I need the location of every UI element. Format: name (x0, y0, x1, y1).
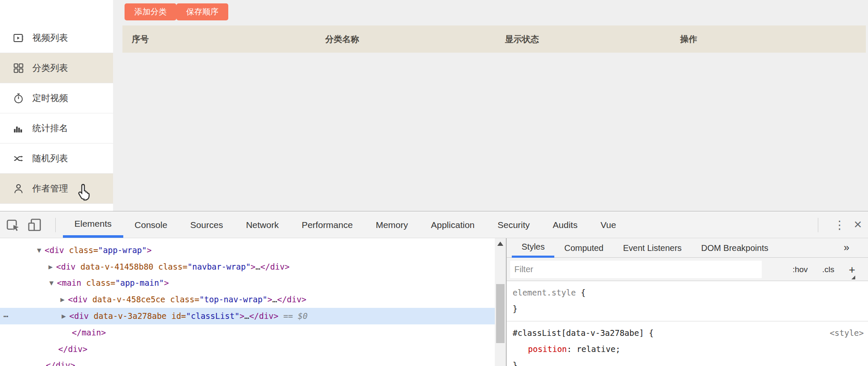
devtools-tab-elements[interactable]: Elements (63, 212, 123, 238)
scroll-up-arrow-icon[interactable] (497, 242, 503, 246)
dom-tree-node[interactable]: ⋯▶<div data-v-3a278abe id="classList">…<… (0, 308, 506, 324)
code-token: </div> (58, 344, 88, 354)
devtools-tab-network[interactable]: Network (235, 212, 290, 238)
table-header-index: 序号 (132, 25, 149, 53)
sidebar: 视频列表 分类列表 定时视频 (0, 0, 113, 211)
devtools-tab-performance[interactable]: Performance (290, 212, 364, 238)
css-selector[interactable]: #classList[data-v-3a278abe] (513, 328, 644, 338)
sidebar-item-author-management[interactable]: 作者管理 (0, 174, 113, 204)
shuffle-icon (13, 153, 24, 164)
toggle-hov[interactable]: :hov (792, 265, 808, 274)
save-order-button[interactable]: 保存顺序 (176, 3, 228, 20)
new-style-rule-button[interactable]: + (849, 265, 855, 274)
clock-icon (13, 93, 24, 104)
close-devtools-icon[interactable]: × (849, 212, 866, 238)
code-token: class= (158, 262, 187, 271)
css-rules-list: element.style {}#classList[data-v-3a278a… (507, 281, 868, 366)
css-property-name[interactable]: position (528, 344, 567, 354)
code-token: … (255, 262, 260, 271)
devtools-tab-security[interactable]: Security (486, 212, 541, 238)
css-selector[interactable]: element.style (513, 288, 576, 297)
code-token: == $0 (278, 311, 308, 321)
code-token: </main> (72, 328, 106, 337)
styles-filter-row: :hov .cls + (507, 258, 868, 281)
elements-scrollbar[interactable] (495, 238, 506, 366)
code-token: "top-nav-wrap" (199, 295, 267, 304)
code-token: <div (45, 245, 69, 255)
code-token: </div> (277, 295, 306, 304)
sidebar-item-stats-ranking[interactable]: 统计排名 (0, 113, 113, 144)
scrollbar-thumb[interactable] (496, 284, 505, 343)
dom-tree-node[interactable]: ▶<div data-v-41458b80 class="navbar-wrap… (0, 259, 506, 275)
code-token: <div (56, 262, 80, 271)
styles-filter-input[interactable] (510, 261, 762, 278)
toolbar-divider (818, 218, 818, 232)
devtools-tab-application[interactable]: Application (420, 212, 486, 238)
css-rule-close: } (507, 357, 868, 366)
styles-tabs: StylesComputedEvent ListenersDOM Breakpo… (507, 238, 868, 258)
code-token: </div> (249, 311, 278, 321)
video-list-icon (13, 32, 24, 44)
code-token: <div (69, 311, 94, 321)
devtools-tab-audits[interactable]: Audits (541, 212, 589, 238)
styles-tab-event-listeners[interactable]: Event Listeners (613, 238, 692, 258)
sidebar-item-category-list[interactable]: 分类列表 (0, 53, 113, 83)
code-token: > (239, 311, 244, 321)
dom-tree: <div id="app">▼<div class="app-wrap">▶<d… (0, 238, 506, 366)
code-token: "app-main" (115, 278, 164, 287)
devtools-tab-vue[interactable]: Vue (589, 212, 628, 238)
styles-tab-dom-breakpoints[interactable]: DOM Breakpoints (692, 238, 778, 258)
devtools-tab-memory[interactable]: Memory (364, 212, 420, 238)
devtools-tab-console[interactable]: Console (123, 212, 179, 238)
sidebar-item-label: 统计排名 (32, 122, 68, 134)
table-header: 序号 分类名称 显示状态 操作 (122, 25, 866, 53)
table-header-action: 操作 (680, 25, 697, 53)
dom-tree-node[interactable]: ▶<div data-v-458ce5ce class="top-nav-wra… (0, 291, 506, 308)
dom-tree-node[interactable]: </main> (0, 324, 506, 341)
code-token: data-v-41458b80 (80, 262, 158, 271)
css-declaration[interactable]: position: relative; (507, 341, 868, 357)
kebab-menu-icon[interactable]: ⋮ (833, 212, 846, 238)
bar-chart-icon (13, 123, 24, 134)
collapsed-arrow-icon[interactable]: ▶ (48, 259, 56, 276)
code-token: class= (170, 295, 199, 304)
code-token: id= (171, 311, 186, 321)
sidebar-item-timed-video[interactable]: 定时视频 (0, 83, 113, 113)
sidebar-item-label: 分类列表 (32, 62, 68, 74)
toggle-cls[interactable]: .cls (822, 265, 834, 274)
inspect-element-icon[interactable] (5, 217, 20, 233)
expanded-arrow-icon[interactable]: ▼ (49, 275, 57, 292)
devtools-tab-sources[interactable]: Sources (179, 212, 235, 238)
code-token: </div> (261, 262, 290, 271)
device-toolbar-icon[interactable] (27, 217, 43, 233)
collapsed-arrow-icon[interactable]: ▶ (60, 292, 68, 308)
code-token: "app-wrap" (98, 245, 147, 255)
code-token: "classList" (186, 311, 240, 321)
code-token: <div (68, 295, 92, 304)
css-rule: element.style {} (507, 281, 868, 321)
sidebar-item-video-list[interactable]: 视频列表 (0, 23, 113, 53)
app-region: 视频列表 分类列表 定时视频 (0, 0, 868, 211)
dom-tree-node[interactable]: ▼<div class="app-wrap"> (0, 242, 506, 259)
node-gutter-dots[interactable]: ⋯ (3, 308, 7, 324)
dom-tree-node[interactable]: </div> (0, 357, 506, 366)
styles-tab-styles[interactable]: Styles (512, 238, 554, 258)
expanded-arrow-icon[interactable]: ▼ (37, 242, 45, 259)
collapsed-arrow-icon[interactable]: ▶ (62, 308, 69, 325)
add-category-button[interactable]: 添加分类 (125, 3, 176, 20)
code-token: … (244, 311, 249, 321)
styles-tab-computed[interactable]: Computed (554, 238, 613, 258)
code-token: class= (69, 245, 98, 255)
dom-tree-node[interactable]: <div id="app"> (0, 238, 506, 242)
sidebar-item-label: 视频列表 (32, 32, 68, 44)
css-rule: #classList[data-v-3a278abe] {<style>posi… (507, 321, 868, 366)
more-tabs-icon[interactable]: » (844, 238, 849, 258)
table-header-name: 分类名称 (325, 25, 359, 53)
styles-toggles: :hov .cls + (792, 258, 855, 281)
table-header-status: 显示状态 (505, 25, 539, 53)
elements-panel: <div id="app">▼<div class="app-wrap">▶<d… (0, 238, 506, 366)
dom-tree-node[interactable]: </div> (0, 341, 506, 358)
sidebar-item-random-list[interactable]: 随机列表 (0, 144, 113, 174)
dom-tree-node[interactable]: ▼<main class="app-main"> (0, 275, 506, 291)
stylesheet-origin-link[interactable]: <style> (830, 325, 864, 341)
